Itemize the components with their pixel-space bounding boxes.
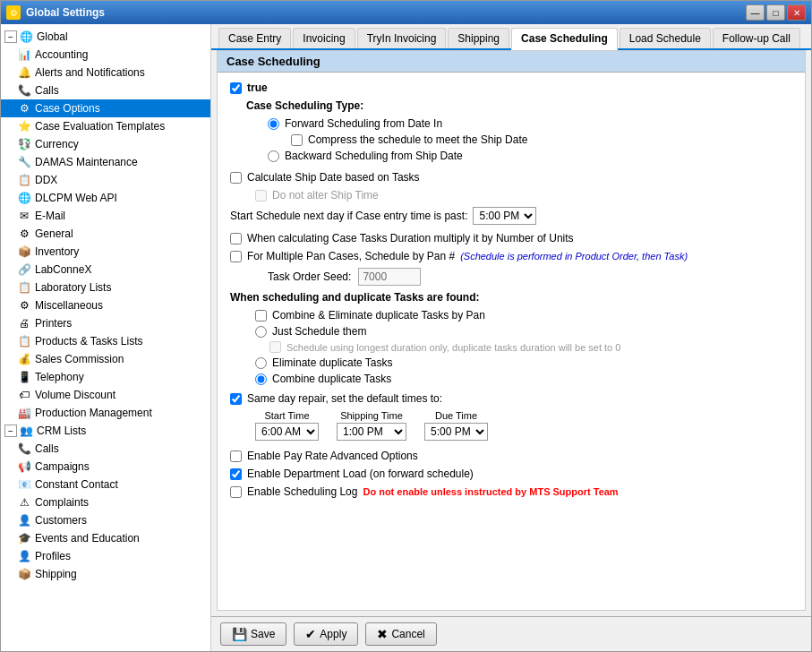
forward-scheduling-radio[interactable] bbox=[268, 118, 279, 130]
calculate-ship-date-checkbox[interactable] bbox=[230, 172, 242, 184]
sidebar-item-production[interactable]: 🏭 Production Management bbox=[1, 404, 210, 422]
eliminate-duplicate-radio[interactable] bbox=[255, 357, 267, 369]
sales-label: Sales Commission bbox=[35, 353, 124, 365]
sidebar-item-crm-calls[interactable]: 📞 Calls bbox=[1, 440, 210, 458]
due-time-select[interactable]: 5:00 PM 4:00 PM 6:00 PM bbox=[424, 423, 488, 441]
enable-pay-rate-checkbox[interactable] bbox=[230, 450, 242, 462]
panel-content: Case Scheduling true Case Scheduling Typ… bbox=[217, 50, 806, 611]
sidebar-item-calls[interactable]: 📞 Calls bbox=[1, 82, 210, 99]
multiple-pan-row: For Multiple Pan Cases, Schedule by Pan … bbox=[230, 250, 792, 262]
start-schedule-time-select[interactable]: 5:00 PM 4:00 PM 6:00 PM bbox=[473, 207, 536, 225]
sidebar-item-ddx[interactable]: 📋 DDX bbox=[1, 171, 210, 189]
sidebar-item-damas[interactable]: 🔧 DAMAS Maintenance bbox=[1, 153, 210, 171]
case-options-label: Case Options bbox=[35, 102, 100, 115]
sidebar-item-volume[interactable]: 🏷 Volume Discount bbox=[1, 386, 210, 404]
tab-shipping[interactable]: Shipping bbox=[448, 28, 509, 48]
enable-dept-load-checkbox[interactable] bbox=[230, 468, 242, 480]
telephony-label: Telephony bbox=[35, 371, 84, 383]
enable-case-scheduling-checkbox[interactable] bbox=[230, 82, 242, 94]
sidebar-item-profiles[interactable]: 👤 Profiles bbox=[1, 547, 210, 565]
shipping-time-select[interactable]: 1:00 PM 12:00 PM 2:00 PM bbox=[337, 423, 406, 441]
enable-scheduling-log-checkbox[interactable] bbox=[230, 486, 242, 498]
apply-button[interactable]: ✔ Apply bbox=[294, 622, 358, 646]
cancel-button[interactable]: ✖ Cancel bbox=[365, 622, 436, 646]
sidebar-item-labconnex[interactable]: 🔗 LabConneX bbox=[1, 261, 210, 279]
maximize-button[interactable]: □ bbox=[766, 4, 785, 21]
apply-icon: ✔ bbox=[305, 627, 316, 641]
telephony-icon: 📱 bbox=[17, 370, 31, 384]
tab-invoicing[interactable]: Invoicing bbox=[293, 28, 355, 48]
sidebar-item-case-eval[interactable]: ⭐ Case Evaluation Templates bbox=[1, 117, 210, 135]
printers-icon: 🖨 bbox=[17, 316, 31, 330]
sidebar-item-email[interactable]: ✉ E-Mail bbox=[1, 207, 210, 225]
sidebar-item-inventory[interactable]: 📦 Inventory bbox=[1, 243, 210, 261]
enable-scheduling-log-row: Enable Scheduling Log Do not enable unle… bbox=[230, 485, 792, 498]
backward-scheduling-radio[interactable] bbox=[268, 150, 279, 162]
multiply-duration-row: When calculating Case Tasks Duration mul… bbox=[230, 232, 792, 244]
sidebar-item-constant[interactable]: 📧 Constant Contact bbox=[1, 476, 210, 493]
sidebar-item-misc[interactable]: ⚙ Miscellaneous bbox=[1, 296, 210, 314]
misc-label: Miscellaneous bbox=[35, 299, 103, 312]
due-time-label: Due Time bbox=[435, 410, 477, 421]
alerts-label: Alerts and Notifications bbox=[35, 66, 145, 79]
global-expand-icon[interactable]: − bbox=[4, 30, 17, 43]
tab-load-schedule[interactable]: Load Schedule bbox=[620, 28, 711, 48]
tab-case-scheduling[interactable]: Case Scheduling bbox=[511, 28, 618, 50]
sidebar-crm-expand[interactable]: − 👥 CRM Lists bbox=[1, 422, 210, 440]
products-icon: 📋 bbox=[17, 334, 31, 348]
sidebar-global-expand[interactable]: − 🌐 Global bbox=[1, 28, 210, 46]
sidebar-item-accounting[interactable]: 📊 Accounting bbox=[1, 46, 210, 64]
schedule-using-checkbox[interactable] bbox=[269, 341, 281, 353]
main-panel: Case Entry Invoicing TryIn Invoicing Shi… bbox=[211, 24, 811, 651]
case-eval-label: Case Evaluation Templates bbox=[35, 120, 165, 133]
backward-scheduling-label: Backward Scheduling from Ship Date bbox=[285, 150, 463, 162]
tab-tryin[interactable]: TryIn Invoicing bbox=[357, 28, 447, 48]
multiply-duration-checkbox[interactable] bbox=[230, 233, 242, 244]
start-time-select[interactable]: 6:00 AM 7:00 AM 8:00 AM bbox=[255, 423, 319, 441]
sidebar-item-case-options[interactable]: ⚙ Case Options bbox=[1, 99, 210, 117]
sidebar-item-lab-lists[interactable]: 📋 Laboratory Lists bbox=[1, 279, 210, 296]
crm-expand-icon[interactable]: − bbox=[4, 425, 17, 437]
campaigns-icon: 📢 bbox=[17, 459, 31, 474]
same-day-repair-row: Same day repair, set the default times t… bbox=[230, 392, 792, 405]
combine-duplicate-radio[interactable] bbox=[255, 373, 267, 385]
sidebar-item-campaigns[interactable]: 📢 Campaigns bbox=[1, 458, 210, 476]
ddx-icon: 📋 bbox=[17, 173, 31, 187]
volume-icon: 🏷 bbox=[17, 388, 31, 402]
just-schedule-radio[interactable] bbox=[255, 326, 267, 338]
sidebar-item-currency[interactable]: 💱 Currency bbox=[1, 135, 210, 153]
when-duplicate-label: When scheduling and duplicate Tasks are … bbox=[230, 291, 792, 304]
sidebar-item-complaints[interactable]: ⚠ Complaints bbox=[1, 493, 210, 511]
compress-schedule-checkbox[interactable] bbox=[291, 134, 303, 146]
sidebar-item-sales[interactable]: 💰 Sales Commission bbox=[1, 350, 210, 368]
sidebar-item-general[interactable]: ⚙ General bbox=[1, 225, 210, 243]
tab-followup[interactable]: Follow-up Call bbox=[713, 28, 800, 48]
start-schedule-row: Start Schedule next day if Case entry ti… bbox=[230, 207, 792, 225]
sidebar: − 🌐 Global 📊 Accounting 🔔 Alerts and Not… bbox=[1, 24, 211, 651]
same-day-repair-label: Same day repair, set the default times t… bbox=[247, 392, 442, 405]
enable-case-scheduling-label: true bbox=[247, 82, 268, 94]
do-not-alter-label: Do not alter Ship Time bbox=[272, 189, 379, 202]
sidebar-item-shipping[interactable]: 📦 Shipping bbox=[1, 565, 210, 583]
do-not-alter-checkbox[interactable] bbox=[255, 190, 267, 202]
title-bar-buttons: — □ ✕ bbox=[746, 4, 806, 21]
save-button[interactable]: 💾 Save bbox=[220, 622, 286, 646]
sidebar-item-dlcpm[interactable]: 🌐 DLCPM Web API bbox=[1, 189, 210, 207]
tab-case-entry[interactable]: Case Entry bbox=[218, 28, 291, 48]
combine-eliminate-checkbox[interactable] bbox=[255, 310, 267, 322]
task-order-seed-input[interactable] bbox=[358, 268, 421, 286]
close-button[interactable]: ✕ bbox=[787, 4, 806, 21]
sidebar-item-alerts[interactable]: 🔔 Alerts and Notifications bbox=[1, 64, 210, 82]
sidebar-item-customers[interactable]: 👤 Customers bbox=[1, 511, 210, 529]
currency-icon: 💱 bbox=[17, 137, 31, 151]
sidebar-item-events[interactable]: 🎓 Events and Education bbox=[1, 529, 210, 547]
same-day-repair-checkbox[interactable] bbox=[230, 393, 242, 405]
multiple-pan-note: (Schedule is performed in Product Order,… bbox=[460, 251, 688, 262]
crm-calls-icon: 📞 bbox=[17, 442, 31, 456]
inventory-label: Inventory bbox=[35, 245, 79, 258]
minimize-button[interactable]: — bbox=[746, 4, 765, 21]
sidebar-item-printers[interactable]: 🖨 Printers bbox=[1, 314, 210, 332]
sidebar-item-telephony[interactable]: 📱 Telephony bbox=[1, 368, 210, 386]
sidebar-item-products[interactable]: 📋 Products & Tasks Lists bbox=[1, 332, 210, 350]
multiple-pan-checkbox[interactable] bbox=[230, 251, 242, 262]
